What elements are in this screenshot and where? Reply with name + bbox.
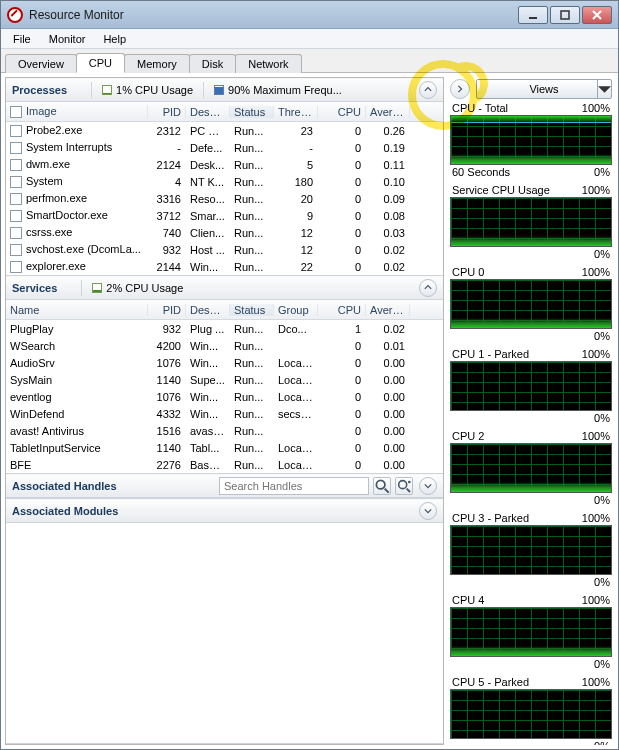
resource-monitor-window: Resource Monitor File Monitor Help Overv…	[0, 0, 619, 750]
process-row[interactable]: explorer.exe2144Win...Run...2200.02	[6, 258, 443, 275]
tab-cpu[interactable]: CPU	[76, 53, 125, 73]
services-columns[interactable]: Name PID Descr... Status Group CPU Avera…	[6, 300, 443, 320]
chart-pct: 100%	[582, 430, 610, 442]
chart-cpu2: CPU 2100% 0%	[448, 429, 614, 507]
services-title: Services	[12, 282, 57, 294]
service-row[interactable]: AudioSrv1076Win...Run...Local...00.00	[6, 354, 443, 371]
chart-pct: 100%	[582, 676, 610, 688]
chart-cpu1: CPU 1 - Parked100% 0%	[448, 347, 614, 425]
chart-canvas	[450, 525, 612, 575]
services-section: Services 2% CPU Usage Name PID Descr... …	[6, 276, 443, 474]
service-row[interactable]: TabletInputService1140Tabl...Run...Local…	[6, 439, 443, 456]
handles-header[interactable]: Associated Handles	[6, 474, 443, 498]
row-checkbox[interactable]	[10, 261, 22, 273]
title-bar[interactable]: Resource Monitor	[1, 1, 618, 29]
search-handles-input[interactable]	[219, 477, 369, 495]
search-button[interactable]	[373, 477, 391, 495]
collapse-graphs-button[interactable]	[450, 79, 470, 99]
service-row[interactable]: eventlog1076Win...Run...Local...00.00	[6, 388, 443, 405]
chart-pct: 100%	[582, 184, 610, 196]
views-dropdown-icon	[597, 80, 611, 98]
maximize-button[interactable]	[550, 6, 580, 24]
processes-title: Processes	[12, 84, 67, 96]
row-checkbox[interactable]	[10, 142, 22, 154]
row-checkbox[interactable]	[10, 210, 22, 222]
row-checkbox[interactable]	[10, 244, 22, 256]
chart-label: CPU 4	[452, 594, 484, 606]
process-row[interactable]: System Interrupts-Defe...Run...-00.19	[6, 139, 443, 156]
service-row[interactable]: WinDefend4332Win...Run...secsvcs00.00	[6, 405, 443, 422]
services-collapse-button[interactable]	[419, 279, 437, 297]
graphs-pane: Views CPU - Total100% 60 Seconds0%Servic…	[448, 77, 614, 745]
modules-expand-button[interactable]	[419, 502, 437, 520]
processes-header[interactable]: Processes 1% CPU Usage 90% Maximum Frequ…	[6, 78, 443, 102]
service-row[interactable]: WSearch4200Win...Run...00.01	[6, 337, 443, 354]
process-row[interactable]: System4NT K...Run...18000.10	[6, 173, 443, 190]
chart-label: CPU - Total	[452, 102, 508, 114]
chart-label: Service CPU Usage	[452, 184, 550, 196]
row-checkbox[interactable]	[10, 176, 22, 188]
chart-cpu5: CPU 5 - Parked100% 0%	[448, 675, 614, 745]
close-button[interactable]	[582, 6, 612, 24]
app-icon	[7, 7, 23, 23]
row-checkbox[interactable]	[10, 125, 22, 137]
left-pane: Processes 1% CPU Usage 90% Maximum Frequ…	[5, 77, 444, 745]
tab-network[interactable]: Network	[235, 54, 301, 73]
views-button[interactable]: Views	[476, 79, 612, 99]
minimize-button[interactable]	[518, 6, 548, 24]
handles-section: Associated Handles	[6, 474, 443, 499]
process-row[interactable]: svchost.exe (DcomLa...932Host ...Run...1…	[6, 241, 443, 258]
chart-canvas	[450, 279, 612, 329]
modules-header[interactable]: Associated Modules	[6, 499, 443, 523]
tab-memory[interactable]: Memory	[124, 54, 190, 73]
services-grid: Name PID Descr... Status Group CPU Avera…	[6, 300, 443, 473]
process-row[interactable]: dwm.exe2124Desk...Run...500.11	[6, 156, 443, 173]
process-row[interactable]: perfmon.exe3316Reso...Run...2000.09	[6, 190, 443, 207]
service-row[interactable]: PlugPlay932Plug ...Run...Dco...10.02	[6, 320, 443, 337]
chart-cpu4: CPU 4100% 0%	[448, 593, 614, 671]
processes-collapse-button[interactable]	[419, 81, 437, 99]
chart-canvas	[450, 607, 612, 657]
chart-pct: 100%	[582, 594, 610, 606]
cpu-usage-label: 1% CPU Usage	[116, 84, 193, 96]
service-row[interactable]: avast! Antivirus1516avast...Run...00.00	[6, 422, 443, 439]
service-row[interactable]: SysMain1140Supe...Run...Local...00.00	[6, 371, 443, 388]
menu-monitor[interactable]: Monitor	[41, 31, 94, 47]
services-header[interactable]: Services 2% CPU Usage	[6, 276, 443, 300]
process-row[interactable]: SmartDoctor.exe3712Smar...Run...900.08	[6, 207, 443, 224]
process-row[interactable]: csrss.exe740Clien...Run...1200.03	[6, 224, 443, 241]
services-usage-icon	[92, 283, 102, 293]
menu-help[interactable]: Help	[95, 31, 134, 47]
search-options-button[interactable]	[395, 477, 413, 495]
chart-cpu0: CPU 0100% 0%	[448, 265, 614, 343]
svg-rect-1	[561, 11, 569, 19]
chart-canvas	[450, 361, 612, 411]
tab-disk[interactable]: Disk	[189, 54, 236, 73]
tab-bar: Overview CPU Memory Disk Network	[1, 49, 618, 73]
svg-line-3	[385, 489, 389, 493]
chart-pct: 100%	[582, 512, 610, 524]
process-row[interactable]: Probe2.exe2312PC Pr...Run...2300.26	[6, 122, 443, 139]
window-title: Resource Monitor	[29, 8, 516, 22]
handles-title: Associated Handles	[12, 480, 117, 492]
tab-overview[interactable]: Overview	[5, 54, 77, 73]
handles-expand-button[interactable]	[419, 477, 437, 495]
svg-line-5	[407, 489, 410, 492]
cpu-freq-label: 90% Maximum Frequ...	[228, 84, 342, 96]
menu-file[interactable]: File	[5, 31, 39, 47]
modules-title: Associated Modules	[12, 505, 118, 517]
modules-section: Associated Modules	[6, 499, 443, 744]
processes-columns[interactable]: Image PID Descr... Status Threa... CPU A…	[6, 102, 443, 122]
service-row[interactable]: BFE2276Base ...Run...Local...00.00	[6, 456, 443, 473]
row-checkbox[interactable]	[10, 227, 22, 239]
menu-bar: File Monitor Help	[1, 29, 618, 49]
chart-label: CPU 1 - Parked	[452, 348, 529, 360]
select-all-checkbox[interactable]	[10, 106, 22, 118]
svg-point-4	[399, 481, 407, 489]
chart-canvas	[450, 443, 612, 493]
row-checkbox[interactable]	[10, 159, 22, 171]
row-checkbox[interactable]	[10, 193, 22, 205]
chart-label: CPU 2	[452, 430, 484, 442]
services-usage-label: 2% CPU Usage	[106, 282, 183, 294]
chart-cpu3: CPU 3 - Parked100% 0%	[448, 511, 614, 589]
